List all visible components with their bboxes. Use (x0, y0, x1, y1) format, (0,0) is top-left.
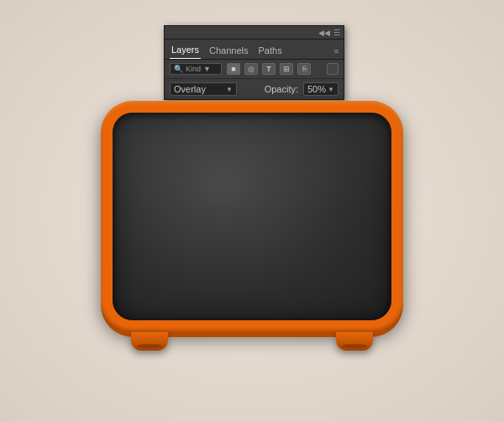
opacity-value: 50% (307, 84, 326, 94)
filter-icons: ■ ◎ T ⊞ ⎘ (227, 63, 311, 75)
device-feet (131, 332, 373, 351)
filter-type-icon[interactable]: T (262, 63, 276, 75)
panel-tabs: Layers Channels Paths ≡ (165, 40, 344, 60)
filter-smart-icon[interactable]: ⎘ (297, 63, 311, 75)
filter-row: 🔍 Kind ▼ ■ ◎ T ⊞ ⎘ (165, 60, 344, 79)
panel-menu-icon[interactable]: ☰ (333, 29, 340, 37)
tab-paths[interactable]: Paths (257, 44, 284, 59)
panel-titlebar: ◀◀ ☰ (165, 26, 344, 40)
tab-layers[interactable]: Layers (170, 43, 201, 59)
filter-shape-icon[interactable]: ⊞ (280, 63, 293, 75)
filter-adjustment-icon[interactable]: ◎ (244, 63, 258, 75)
opacity-arrow: ▼ (328, 86, 334, 93)
kind-dropdown-arrow: ▼ (203, 65, 211, 73)
blend-opacity-row: Overlay ▼ Opacity: 50% ▼ (165, 79, 344, 99)
search-icon: 🔍 (174, 65, 183, 73)
device-foot-right (336, 332, 373, 351)
panel-options-icon[interactable]: ≡ (334, 47, 339, 55)
extra-button[interactable] (327, 63, 339, 75)
device-screen (113, 113, 391, 320)
blend-mode-label: Overlay (174, 84, 206, 94)
device-foot-left (131, 332, 168, 351)
opacity-input[interactable]: 50% ▼ (303, 82, 339, 96)
device-wrapper (101, 101, 403, 351)
blend-mode-arrow: ▼ (226, 86, 233, 93)
photoshop-panel: ◀◀ ☰ Layers Channels Paths ≡ 🔍 Kind ▼ ■ … (164, 25, 344, 100)
filter-pixel-icon[interactable]: ■ (227, 63, 240, 75)
blend-mode-select[interactable]: Overlay ▼ (170, 82, 237, 96)
opacity-label: Opacity: (265, 84, 298, 94)
kind-label: Kind (186, 65, 201, 73)
device-body (101, 101, 403, 332)
tab-channels[interactable]: Channels (207, 44, 249, 59)
collapse-icon[interactable]: ◀◀ (318, 29, 330, 37)
kind-search-box[interactable]: 🔍 Kind ▼ (170, 63, 222, 75)
